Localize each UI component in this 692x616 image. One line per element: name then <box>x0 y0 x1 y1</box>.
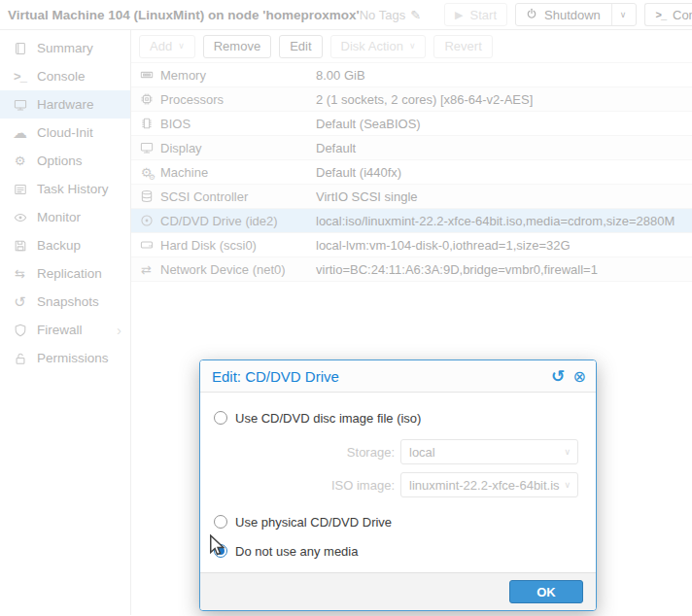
iso-select: linuxmint-22.2-xfce-64bit.is ∨ <box>400 472 578 497</box>
dialog-body: Use CD/DVD disc image file (iso) Storage… <box>200 393 596 560</box>
radio-label: Use physical CD/DVD Drive <box>235 515 392 530</box>
storage-field-row: Storage: local ∨ <box>214 439 582 464</box>
dialog-footer: OK <box>200 572 596 610</box>
edit-cd-dvd-dialog: Edit: CD/DVD Drive ↺ ⊗ Use CD/DVD disc i… <box>199 359 597 611</box>
radio-option-physical[interactable]: Use physical CD/DVD Drive <box>214 513 582 530</box>
iso-field-label: ISO image: <box>214 478 395 493</box>
storage-select-value: local <box>409 445 564 460</box>
radio-option-iso[interactable]: Use CD/DVD disc image file (iso) <box>214 409 582 427</box>
chevron-down-icon: ∨ <box>564 447 571 457</box>
chevron-down-icon: ∨ <box>564 480 571 490</box>
dialog-header[interactable]: Edit: CD/DVD Drive ↺ ⊗ <box>200 360 596 393</box>
radio-icon <box>214 411 227 425</box>
iso-field-row: ISO image: linuxmint-22.2-xfce-64bit.is … <box>214 472 582 497</box>
dialog-title: Edit: CD/DVD Drive <box>212 368 551 385</box>
dialog-tools: ↺ ⊗ <box>551 368 586 385</box>
radio-label: Use CD/DVD disc image file (iso) <box>235 411 421 426</box>
storage-select: local ∨ <box>400 439 578 464</box>
radio-option-no-media[interactable]: Do not use any media <box>214 542 582 560</box>
iso-select-value: linuxmint-22.2-xfce-64bit.is <box>409 478 564 493</box>
radio-label: Do not use any media <box>235 544 358 559</box>
radio-icon <box>214 515 227 529</box>
mouse-cursor-icon <box>208 534 226 561</box>
storage-field-label: Storage: <box>214 445 395 460</box>
undo-icon[interactable]: ↺ <box>551 368 565 385</box>
close-icon[interactable]: ⊗ <box>573 369 586 385</box>
ok-button[interactable]: OK <box>509 580 583 603</box>
proxmox-app: Virtual Machine 104 (LinuxMint) on node … <box>0 0 692 616</box>
